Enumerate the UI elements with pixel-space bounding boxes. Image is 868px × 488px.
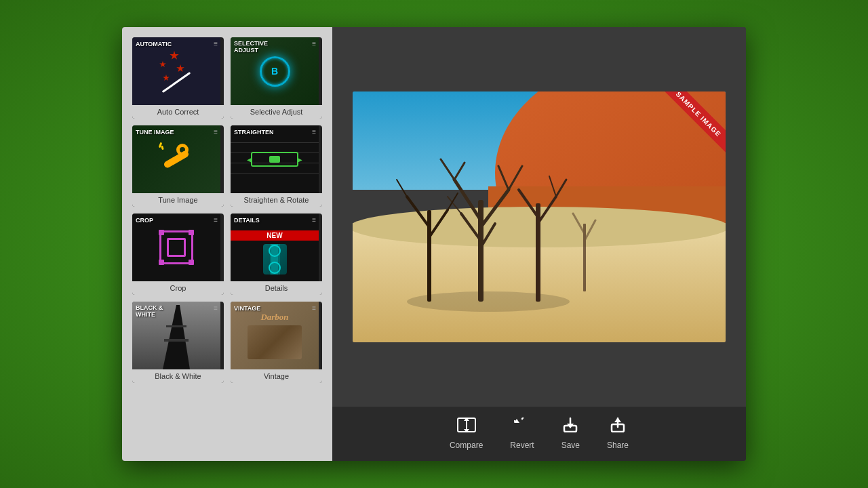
image-area: SAMPLE IMAGE bbox=[332, 27, 746, 407]
tool-menu-icon[interactable]: ≡ bbox=[312, 40, 316, 47]
tool-title: TUNE IMAGE bbox=[136, 129, 174, 136]
tool-title: CROP bbox=[136, 217, 153, 224]
tool-menu-icon[interactable]: ≡ bbox=[312, 304, 316, 312]
tool-label: Tune Image bbox=[132, 193, 224, 207]
share-label: Share bbox=[607, 441, 629, 450]
revert-icon bbox=[514, 418, 530, 436]
new-badge: NEW bbox=[231, 230, 319, 241]
tool-label: Black & White bbox=[132, 369, 224, 383]
tool-details[interactable]: DETAILS ≡ NEW Details bbox=[231, 214, 322, 295]
tool-title: DETAILS bbox=[234, 217, 260, 224]
tool-label: Crop bbox=[132, 281, 224, 295]
svg-marker-45 bbox=[614, 418, 621, 422]
save-button[interactable]: Save bbox=[561, 418, 580, 450]
compare-label: Compare bbox=[450, 441, 483, 450]
svg-rect-0 bbox=[270, 244, 280, 274]
image-wrapper: SAMPLE IMAGE bbox=[353, 92, 726, 342]
tool-label: Vintage bbox=[231, 369, 322, 383]
tool-label: Selective Adjust bbox=[231, 105, 322, 119]
crop-icon bbox=[159, 230, 193, 264]
tool-black-white[interactable]: BLACK &WHITE ≡ Black & White bbox=[132, 302, 224, 383]
share-button[interactable]: Share bbox=[607, 418, 629, 450]
tool-menu-icon[interactable]: ≡ bbox=[214, 128, 218, 136]
tool-menu-icon[interactable]: ≡ bbox=[312, 216, 316, 224]
tool-selective-adjust[interactable]: SELECTIVEADJUST ≡ B Selective Adjust bbox=[231, 37, 322, 119]
vintage-text-overlay: Darbon bbox=[260, 312, 288, 323]
sample-badge-text: SAMPLE IMAGE bbox=[659, 92, 726, 153]
tool-menu-icon[interactable]: ≡ bbox=[214, 40, 218, 47]
svg-rect-4 bbox=[164, 339, 189, 342]
revert-label: Revert bbox=[510, 441, 534, 450]
sample-image-badge: SAMPLE IMAGE bbox=[644, 92, 726, 173]
stars-wand-icon bbox=[156, 51, 197, 92]
tool-title: STRAIGHTEN bbox=[234, 129, 274, 136]
tool-title: VINTAGE bbox=[234, 305, 260, 312]
selective-circle-icon: B bbox=[260, 56, 290, 87]
tool-menu-icon[interactable]: ≡ bbox=[214, 216, 218, 224]
tool-title: AUTOMATIC bbox=[136, 41, 172, 48]
tool-label: Straighten & Rotate bbox=[231, 193, 322, 207]
tool-crop[interactable]: CROP ≡ Crop bbox=[132, 214, 224, 295]
bottom-toolbar: Compare Revert bbox=[332, 407, 746, 461]
tool-menu-icon[interactable]: ≡ bbox=[312, 128, 316, 136]
svg-marker-3 bbox=[163, 305, 190, 369]
save-icon bbox=[562, 418, 578, 436]
revert-button[interactable]: Revert bbox=[510, 418, 534, 450]
compare-button[interactable]: Compare bbox=[450, 418, 483, 450]
straighten-tool-icon: ◀ ▶ bbox=[251, 152, 298, 167]
tools-panel: AUTOMATIC ≡ Auto Correct SELECTIVEADJUST bbox=[122, 27, 332, 461]
wrench-icon bbox=[159, 142, 193, 176]
tool-title: SELECTIVEADJUST bbox=[234, 41, 268, 54]
tool-label: Auto Correct bbox=[132, 105, 224, 119]
tool-label: Details bbox=[231, 281, 322, 295]
compare-icon bbox=[457, 418, 476, 436]
tool-auto-correct[interactable]: AUTOMATIC ≡ Auto Correct bbox=[132, 37, 224, 119]
svg-rect-5 bbox=[166, 325, 186, 327]
tool-straighten[interactable]: STRAIGHTEN ≡ ◀ ▶ Straighten bbox=[231, 125, 322, 207]
tool-title: BLACK &WHITE bbox=[136, 305, 163, 319]
save-label: Save bbox=[561, 441, 580, 450]
share-icon bbox=[610, 418, 626, 436]
app-container: AUTOMATIC ≡ Auto Correct SELECTIVEADJUST bbox=[122, 27, 746, 461]
tool-menu-icon[interactable]: ≡ bbox=[214, 304, 218, 312]
right-panel: SAMPLE IMAGE Compare bbox=[332, 27, 746, 461]
tool-vintage[interactable]: VINTAGE ≡ Darbon Vintage bbox=[231, 302, 322, 383]
tool-tune-image[interactable]: TUNE IMAGE ≡ Tune Image bbox=[132, 125, 224, 207]
details-icon bbox=[263, 244, 287, 274]
